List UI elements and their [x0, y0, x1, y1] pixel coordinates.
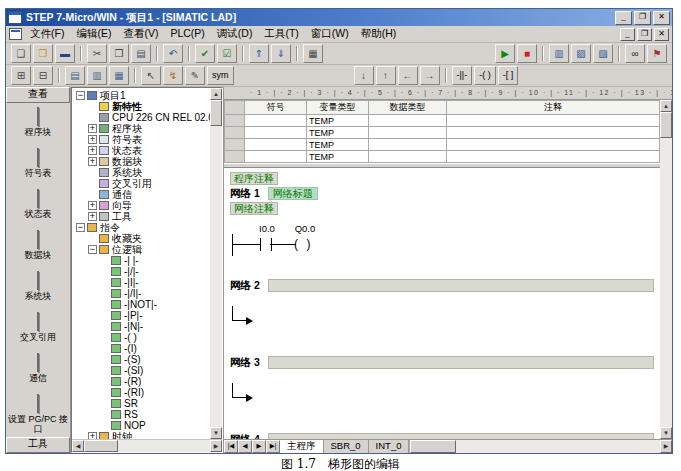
line-left-button[interactable]: ←	[398, 66, 418, 85]
chart-status-button[interactable]: ▧	[571, 44, 591, 63]
copy-button[interactable]: ❐	[109, 44, 129, 63]
last-pou-button[interactable]: ▶|	[266, 440, 280, 453]
menu-item-6[interactable]: 窗口(W)	[305, 26, 355, 42]
table-cell[interactable]: TEMP	[307, 127, 369, 139]
close-button[interactable]: ✕	[653, 11, 670, 25]
coil-operand[interactable]: Q0.0	[288, 223, 322, 234]
tree-item-31[interactable]: +时钟	[74, 431, 210, 439]
variable-table[interactable]: 符号变量类型数据类型注释 TEMPTEMPTEMPTEMP	[224, 100, 660, 163]
tree-horizontal-scrollbar[interactable]: ◀ ▶	[72, 439, 222, 452]
tree-item-29[interactable]: RS	[74, 409, 210, 420]
undo-button[interactable]: ↶	[163, 44, 183, 63]
scroll-down-icon[interactable]: ▼	[660, 427, 672, 439]
sidebar-item-set-pgpc-interface[interactable]: 设置 PG/PC 接口	[6, 395, 70, 436]
download-button[interactable]: ⇓	[271, 44, 291, 63]
new-button[interactable]: ❑	[11, 44, 31, 63]
tree-item-0[interactable]: −项目1	[74, 90, 210, 101]
expand-icon[interactable]: +	[88, 432, 97, 439]
expand-icon[interactable]: +	[88, 135, 97, 144]
maximize-button[interactable]: ❐	[634, 11, 651, 25]
tree-item-28[interactable]: SR	[74, 398, 210, 409]
tree-scroll-thumb[interactable]	[210, 100, 222, 126]
sidebar-item-communication[interactable]: 通信	[6, 354, 70, 395]
upload-button[interactable]: ⇑	[249, 44, 269, 63]
table-cell[interactable]	[245, 115, 307, 127]
insert-contact-button[interactable]: -||-	[452, 66, 473, 85]
collapse-icon[interactable]: −	[76, 91, 85, 100]
tree-item-23[interactable]: -(I)	[74, 343, 210, 354]
tree-item-8[interactable]: 交叉引用	[74, 178, 210, 189]
network-1-title[interactable]: 网络标题	[268, 187, 318, 200]
sidebar-item-symbol-table[interactable]: 符号表	[6, 149, 70, 190]
mdi-child-icon[interactable]	[9, 28, 22, 40]
symbol-table-button[interactable]: ▥	[87, 66, 107, 85]
expand-icon[interactable]: +	[88, 124, 97, 133]
row-selector[interactable]	[225, 127, 245, 139]
project-tree[interactable]: −项目1新特性CPU 226 CN REL 02.0+程序块+符号表+状态表+数…	[72, 88, 210, 439]
tree-item-13[interactable]: 收藏夹	[74, 233, 210, 244]
program-block-button[interactable]: ▤	[65, 66, 85, 85]
edit-button[interactable]: ✎	[185, 66, 205, 85]
expand-icon[interactable]: +	[88, 157, 97, 166]
line-down-button[interactable]: ↓	[354, 66, 374, 85]
table-cell[interactable]: TEMP	[307, 151, 369, 163]
row-selector[interactable]	[225, 151, 245, 163]
table-cell[interactable]	[369, 139, 447, 151]
tab-main-program[interactable]: 主程序	[280, 440, 324, 453]
tab-int0[interactable]: INT_0	[369, 440, 410, 453]
network-3-title-bar[interactable]	[268, 356, 654, 369]
tree-item-18[interactable]: -|/I|-	[74, 288, 210, 299]
tree-hscroll-thumb[interactable]	[84, 440, 118, 452]
network-2-title-bar[interactable]	[268, 279, 654, 292]
expand-icon[interactable]: +	[88, 201, 97, 210]
menu-item-4[interactable]: 调试(D)	[211, 26, 259, 42]
sidebar-item-system-block[interactable]: 系统块	[6, 272, 70, 313]
tree-item-22[interactable]: -( )	[74, 332, 210, 343]
view-bar-header[interactable]: 查看	[6, 87, 70, 103]
insert-network-button[interactable]: ⊞	[11, 66, 31, 85]
table-cell[interactable]: TEMP	[307, 139, 369, 151]
insert-box-button[interactable]: -[ ]	[498, 66, 519, 85]
tree-item-27[interactable]: -(RI)	[74, 387, 210, 398]
table-cell[interactable]	[245, 151, 307, 163]
editor-scroll-track[interactable]	[660, 112, 672, 427]
status-chart-button[interactable]: ▦	[109, 66, 129, 85]
sidebar-item-status-chart[interactable]: 状态表	[6, 190, 70, 231]
scroll-right-icon[interactable]: ▶	[210, 440, 222, 452]
mdi-minimize-button[interactable]: _	[620, 28, 635, 41]
first-pou-button[interactable]: |◀	[224, 440, 238, 453]
bookmark-button[interactable]: ⚑	[647, 44, 667, 63]
row-selector[interactable]	[225, 115, 245, 127]
tree-item-6[interactable]: +数据块	[74, 156, 210, 167]
tree-item-15[interactable]: -| |-	[74, 255, 210, 266]
line-up-button[interactable]: ↑	[376, 66, 396, 85]
tree-item-3[interactable]: +程序块	[74, 123, 210, 134]
tree-item-14[interactable]: −位逻辑	[74, 244, 210, 255]
collapse-icon[interactable]: −	[88, 245, 97, 254]
menu-item-0[interactable]: 文件(F)	[24, 26, 70, 42]
expand-icon[interactable]: +	[88, 212, 97, 221]
scroll-right-icon[interactable]: ▶	[660, 440, 672, 453]
open-button[interactable]: ❒	[33, 44, 53, 63]
tree-item-2[interactable]: CPU 226 CN REL 02.0	[74, 112, 210, 123]
compile-button[interactable]: ✔	[195, 44, 215, 63]
tree-item-4[interactable]: +符号表	[74, 134, 210, 145]
insert-coil-button[interactable]: -( )	[474, 66, 496, 85]
table-cell[interactable]	[447, 115, 660, 127]
table-cell[interactable]	[369, 115, 447, 127]
network-1-rung[interactable]: I0.0 Q0.0 ( )	[230, 217, 656, 263]
row-selector[interactable]	[225, 139, 245, 151]
sidebar-item-program-block[interactable]: 程序块	[6, 108, 70, 149]
scroll-down-icon[interactable]: ▼	[210, 427, 222, 439]
table-cell[interactable]	[369, 151, 447, 163]
expand-icon[interactable]: +	[88, 146, 97, 155]
table-cell[interactable]	[245, 139, 307, 151]
tree-item-19[interactable]: -|NOT|-	[74, 299, 210, 310]
paste-button[interactable]: ▤	[131, 44, 151, 63]
sym-toggle-button[interactable]: sym	[207, 66, 234, 85]
monitor-button[interactable]: ∞	[625, 44, 645, 63]
tree-item-16[interactable]: -|/|-	[74, 266, 210, 277]
tree-item-7[interactable]: 系统块	[74, 167, 210, 178]
menu-item-1[interactable]: 编辑(E)	[70, 26, 117, 42]
tree-item-1[interactable]: 新特性	[74, 101, 210, 112]
